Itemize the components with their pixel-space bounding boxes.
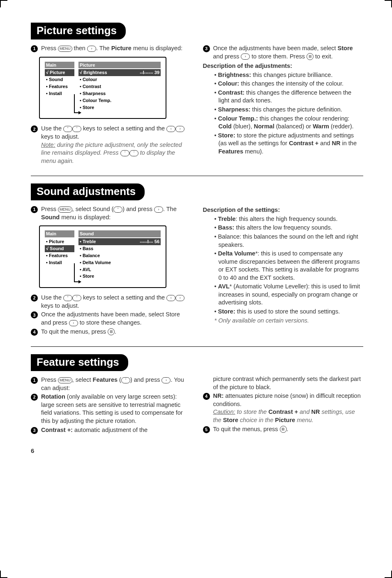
sound-step2: Use the ˆˇ keys to select a setting and … xyxy=(41,294,191,310)
up-button-icon: ˆ xyxy=(63,295,72,301)
feature-step3-cont: picture contrast which permanently sets … xyxy=(213,375,364,391)
sound-step4: To quit the menus, press ⊞. xyxy=(41,328,191,336)
step-1-icon: 1 xyxy=(31,206,38,213)
osd-sub-title: Picture xyxy=(78,62,161,69)
divider xyxy=(31,176,363,176)
sound-desc-head: Description of the settings: xyxy=(203,206,364,214)
osd-main-item: • Sound xyxy=(45,76,74,83)
osd-sub-item: • Balance xyxy=(78,252,161,259)
sound-step3: Once the adjustments have been made, sel… xyxy=(41,311,191,327)
osd-main-item: √ Sound xyxy=(45,245,74,252)
osd-arrow-icon xyxy=(74,263,79,282)
right-button-icon: › xyxy=(154,207,163,213)
osd-main-title: Main xyxy=(45,230,74,237)
osd-sub-item: • Store xyxy=(78,273,161,280)
down-button-icon: ˇ xyxy=(113,207,122,213)
step-4-icon: 4 xyxy=(203,393,210,400)
step-4-icon: 4 xyxy=(31,329,38,336)
exit-button-icon: ⊞ xyxy=(108,328,115,335)
osd-sub-item: √ Brightness--I------ 39 xyxy=(78,69,161,76)
osd-main-item: • Install xyxy=(45,259,74,266)
sound-heading: Sound adjustments xyxy=(31,183,145,200)
right-button-icon: › xyxy=(87,46,96,52)
right-button-icon: › xyxy=(69,320,78,326)
picture-desc-list: Brightness: this changes picture brillia… xyxy=(214,71,364,156)
left-button-icon: ‹ xyxy=(166,126,175,132)
feature-step1: Press MENU, select Features (ˇ) and pres… xyxy=(41,376,191,392)
manual-page: Picture settings 1 Press MENU then ›. Th… xyxy=(0,0,392,471)
osd-main-item: • Install xyxy=(45,90,74,97)
osd-sub-item: • Delta Volume xyxy=(78,259,161,266)
step-2-icon: 2 xyxy=(31,295,38,302)
feature-heading: Feature settings xyxy=(31,354,128,371)
feature-caution: Caution: to store the Contrast + and NR … xyxy=(213,408,364,424)
picture-step2: Use the ˆˇ keys to select a setting and … xyxy=(41,125,191,165)
osd-arrow-icon xyxy=(74,94,79,113)
right-button-icon: › xyxy=(175,126,184,132)
osd-sub-item: • Colour Temp. xyxy=(78,97,161,104)
osd-main-item: • Features xyxy=(45,83,74,90)
feature-step2: Rotation (only available on very large s… xyxy=(41,393,191,425)
step-1-icon: 1 xyxy=(31,377,38,384)
picture-step1: Press MENU then ›. The Picture menu is d… xyxy=(41,44,191,53)
sound-footnote: * Only available on certain versions. xyxy=(214,317,364,325)
step-2-icon: 2 xyxy=(31,394,38,401)
osd-sub-item: • Bass xyxy=(78,245,161,252)
osd-sub-item: • Contrast xyxy=(78,83,161,90)
down-button-icon: ˇ xyxy=(129,150,138,156)
step-3-icon: 3 xyxy=(31,427,38,434)
page-number: 6 xyxy=(31,447,363,454)
sound-desc-list: Treble: this alters the high frequency s… xyxy=(214,215,364,316)
osd-main-item: • Picture xyxy=(45,238,74,245)
left-button-icon: ‹ xyxy=(166,295,175,301)
picture-desc-head: Description of the adjustments: xyxy=(203,62,364,70)
step-3-icon: 3 xyxy=(203,45,210,52)
down-button-icon: ˇ xyxy=(121,377,130,383)
picture-heading: Picture settings xyxy=(31,23,126,39)
up-button-icon: ˆ xyxy=(63,126,72,132)
menu-button-icon: MENU xyxy=(58,377,72,383)
exit-button-icon: ⊞ xyxy=(280,426,287,433)
osd-sub-item: • AVL xyxy=(78,266,161,273)
osd-sub-item: • Colour xyxy=(78,76,161,83)
osd-main-item: √ Picture xyxy=(45,69,74,76)
down-button-icon: ˇ xyxy=(72,295,81,301)
exit-button-icon: ⊞ xyxy=(307,53,314,60)
osd-sub-title: Sound xyxy=(78,230,161,237)
step-5-icon: 5 xyxy=(203,426,210,433)
up-button-icon: ˆ xyxy=(120,150,129,156)
step-2-icon: 2 xyxy=(31,125,38,132)
step-3-icon: 3 xyxy=(31,311,38,318)
osd-main-item: • Features xyxy=(45,252,74,259)
sound-step1: Press MENU, select Sound (ˇ) and press ›… xyxy=(41,205,191,221)
osd-sub-item: • Sharpness xyxy=(78,90,161,97)
osd-sub-item: • Store xyxy=(78,104,161,111)
osd-main-title: Main xyxy=(45,62,74,69)
osd-sub-item: • Treble-----I--- 56 xyxy=(78,238,161,245)
menu-button-icon: MENU xyxy=(58,46,72,52)
sound-osd: Main • Picture √ Sound • Features • Inst… xyxy=(39,225,166,288)
right-button-icon: › xyxy=(175,295,184,301)
right-button-icon: › xyxy=(161,377,171,383)
feature-step5: To quit the menus, press ⊞. xyxy=(213,425,364,434)
picture-note: Note: during the picture adjustment, onl… xyxy=(41,141,191,165)
feature-step3: Contrast +: automatic adjustment of the xyxy=(41,426,191,434)
down-button-icon: ˇ xyxy=(72,126,81,132)
feature-step4: NR: attenuates picture noise (snow) in d… xyxy=(213,392,364,424)
picture-osd: Main √ Picture • Sound • Features • Inst… xyxy=(39,57,166,119)
picture-step3: Once the adjustments have been made, sel… xyxy=(213,44,364,60)
menu-button-icon: MENU xyxy=(58,207,72,213)
right-button-icon: › xyxy=(241,53,250,60)
divider xyxy=(31,346,363,347)
step-1-icon: 1 xyxy=(31,45,38,52)
